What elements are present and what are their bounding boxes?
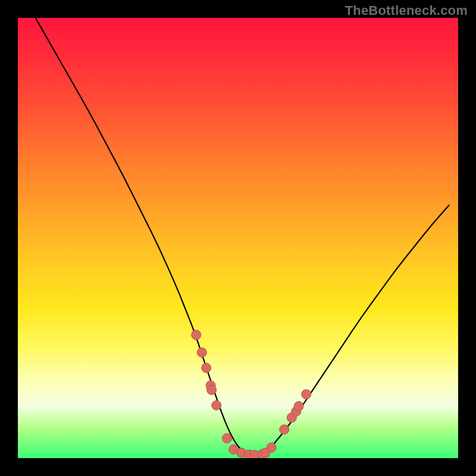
chart-container: TheBottleneck.com — [0, 0, 476, 476]
plot-area — [18, 18, 458, 458]
watermark-text: TheBottleneck.com — [345, 3, 468, 18]
